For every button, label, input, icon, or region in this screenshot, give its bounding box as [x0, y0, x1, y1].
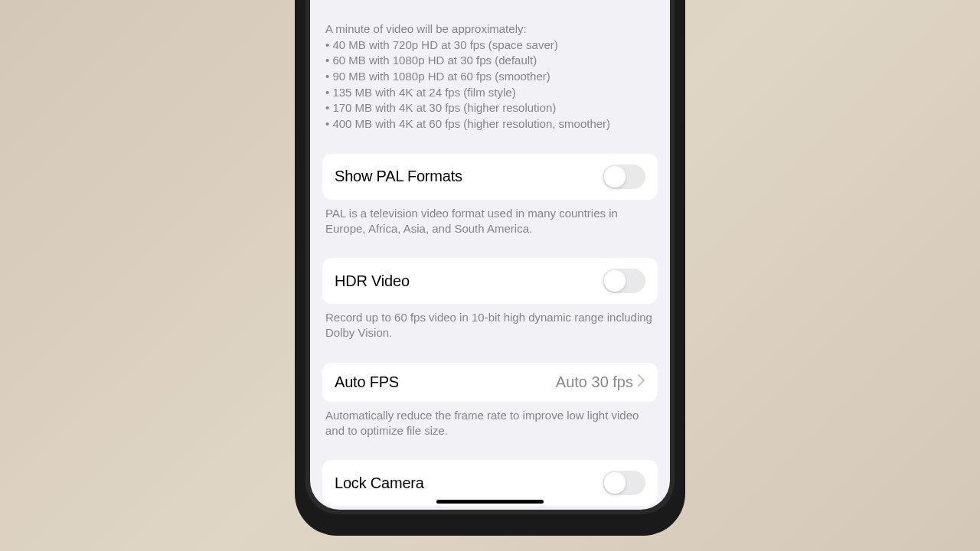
- size-bullet: • 135 MB with 4K at 24 fps (film style): [325, 85, 655, 101]
- auto-fps-value-container: Auto 30 fps: [556, 373, 645, 391]
- auto-fps-description: Automatically reduce the frame rate to i…: [322, 402, 658, 439]
- toggle-knob: [604, 166, 626, 187]
- toggle-knob: [604, 270, 626, 292]
- size-bullet-list: • 40 MB with 720p HD at 30 fps (space sa…: [325, 37, 655, 132]
- size-bullet: • 170 MB with 4K at 30 fps (higher resol…: [325, 100, 655, 116]
- chevron-right-icon: [638, 374, 645, 390]
- phone-inner-frame: QuickTake video will always record with …: [305, 0, 675, 514]
- pal-formats-toggle[interactable]: [603, 165, 645, 189]
- toggle-knob: [604, 472, 626, 494]
- scroll-content[interactable]: QuickTake video will always record with …: [310, 0, 670, 510]
- auto-fps-group: Auto FPS Auto 30 fps Automatically r: [322, 363, 658, 439]
- size-bullet: • 400 MB with 4K at 60 fps (higher resol…: [325, 116, 655, 132]
- hdr-video-description: Record up to 60 fps video in 10-bit high…: [322, 304, 658, 341]
- auto-fps-label: Auto FPS: [335, 373, 399, 391]
- hdr-video-group: HDR Video Record up to 60 fps video in 1…: [322, 258, 658, 341]
- video-sizes-footer: QuickTake video will always record with …: [322, 0, 658, 132]
- phone-mockup: QuickTake video will always record with …: [295, 0, 685, 536]
- lock-camera-description: Do not automatically switch between came…: [322, 506, 658, 510]
- size-bullet: • 60 MB with 1080p HD at 30 fps (default…: [325, 53, 655, 69]
- pal-formats-label: Show PAL Formats: [335, 168, 462, 185]
- hdr-video-toggle[interactable]: [603, 269, 645, 293]
- auto-fps-row[interactable]: Auto FPS Auto 30 fps: [322, 363, 658, 402]
- lock-camera-toggle[interactable]: [603, 471, 645, 495]
- hdr-video-row[interactable]: HDR Video: [322, 258, 658, 304]
- size-bullet: • 40 MB with 720p HD at 30 fps (space sa…: [325, 37, 655, 54]
- phone-frame: QuickTake video will always record with …: [295, 0, 685, 536]
- pal-formats-group: Show PAL Formats PAL is a television vid…: [322, 154, 658, 237]
- home-indicator[interactable]: [436, 500, 544, 504]
- auto-fps-value: Auto 30 fps: [556, 373, 633, 391]
- size-bullet: • 90 MB with 1080p HD at 60 fps (smoothe…: [325, 69, 655, 85]
- size-intro-text: A minute of video will be approximately:: [325, 21, 655, 37]
- settings-screen[interactable]: QuickTake video will always record with …: [310, 0, 670, 510]
- hdr-video-label: HDR Video: [335, 272, 410, 290]
- lock-camera-label: Lock Camera: [335, 474, 424, 492]
- pal-formats-row[interactable]: Show PAL Formats: [322, 154, 658, 200]
- pal-formats-description: PAL is a television video format used in…: [322, 200, 658, 237]
